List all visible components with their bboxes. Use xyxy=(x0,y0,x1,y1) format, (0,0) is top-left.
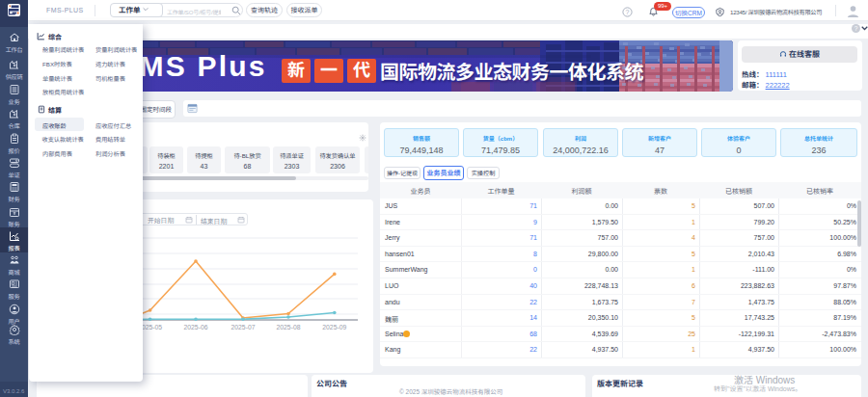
svg-text:2025-08: 2025-08 xyxy=(277,324,301,331)
svg-text:?: ? xyxy=(626,9,630,15)
svg-text:2025-09: 2025-09 xyxy=(322,324,346,331)
svg-text:2025-06: 2025-06 xyxy=(184,324,208,331)
svg-text:2025-07: 2025-07 xyxy=(231,324,256,331)
